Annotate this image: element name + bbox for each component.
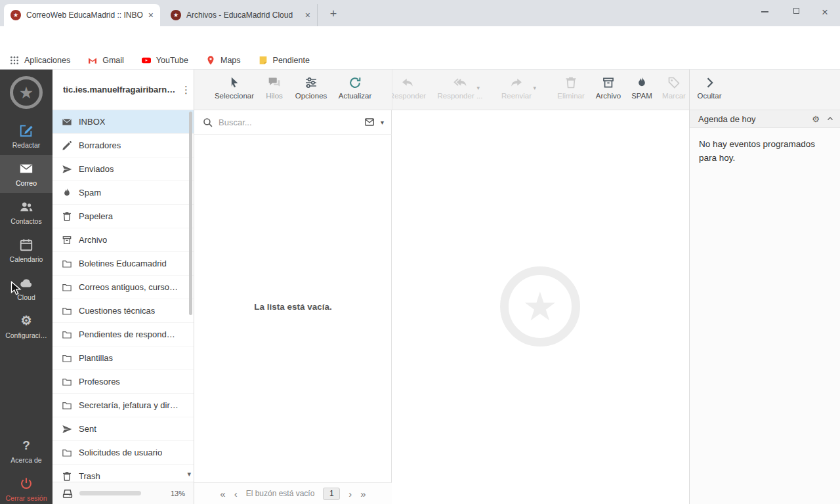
flame-icon bbox=[635, 76, 648, 89]
tab-close-icon[interactable]: × bbox=[305, 10, 310, 20]
tab-close-icon[interactable]: × bbox=[148, 10, 154, 20]
sidebar-item-cloud[interactable]: Cloud bbox=[0, 269, 52, 307]
folder-icon bbox=[62, 400, 72, 411]
trash-icon bbox=[62, 211, 72, 222]
folder-icon bbox=[62, 259, 72, 269]
hide-agenda-button[interactable]: Ocultar bbox=[690, 76, 729, 109]
close-icon: × bbox=[822, 7, 828, 18]
bookmark-gmail[interactable]: Gmail bbox=[87, 55, 124, 66]
folder-icon bbox=[62, 353, 72, 364]
pager-status-text: El buzón está vacío bbox=[246, 489, 315, 498]
sidebar-item-configuracion[interactable]: ⚙ Configuraci… bbox=[0, 307, 52, 345]
sidebar-item-acerca-de[interactable]: ? Acerca de bbox=[0, 432, 52, 470]
bookmark-maps[interactable]: Maps bbox=[205, 55, 241, 66]
mark-button[interactable]: Marcar bbox=[648, 76, 689, 109]
empty-list-message: La lista está vacía. bbox=[194, 302, 392, 312]
folder-borradores[interactable]: Borradores bbox=[52, 134, 194, 158]
educamadrid-watermark-logo: ★ bbox=[500, 266, 580, 346]
folder-options-menu-icon[interactable]: ⋮ bbox=[181, 70, 191, 110]
folder-plantillas[interactable]: Plantillas bbox=[52, 346, 194, 370]
quota-bar: 13% bbox=[52, 482, 194, 504]
folder-icon bbox=[62, 377, 72, 387]
message-preview-pane: ★ bbox=[392, 110, 689, 504]
account-name: tic.ies.manuelfragairibarn… bbox=[63, 85, 175, 94]
folder-icon bbox=[62, 282, 72, 293]
page-number-input[interactable] bbox=[323, 488, 340, 500]
contacts-icon bbox=[19, 200, 33, 214]
last-page-icon[interactable]: » bbox=[360, 489, 366, 499]
sidebar-item-cerrar-sesion[interactable]: Cerrar sesión bbox=[0, 470, 52, 504]
question-icon: ? bbox=[22, 438, 30, 453]
bookmarks-bar: Aplicaciones Gmail YouTube Maps Pendient… bbox=[0, 51, 840, 70]
folder-secretaria[interactable]: Secretaría, jefatura y dir… bbox=[52, 394, 194, 417]
forward-icon bbox=[510, 76, 523, 89]
threads-icon bbox=[268, 76, 281, 89]
reply-button[interactable]: Responder bbox=[392, 76, 434, 109]
bookmark-youtube[interactable]: YouTube bbox=[141, 55, 188, 66]
bookmark-aplicaciones[interactable]: Aplicaciones bbox=[9, 55, 70, 66]
educamadrid-favicon: ★ bbox=[10, 10, 21, 20]
agenda-empty-message: No hay eventos programados para hoy. bbox=[690, 128, 840, 175]
search-bar[interactable]: ▾ bbox=[194, 110, 392, 135]
note-icon bbox=[258, 55, 268, 66]
educamadrid-logo: ★ bbox=[10, 76, 43, 109]
chevron-up-icon[interactable] bbox=[826, 115, 834, 123]
folder-solicitudes[interactable]: Solicitudes de usuario bbox=[52, 441, 194, 465]
archive-icon bbox=[62, 235, 72, 245]
folder-boletines[interactable]: Boletines Educamadrid bbox=[52, 252, 194, 276]
pencil-icon bbox=[62, 140, 72, 151]
calendar-icon bbox=[19, 238, 33, 252]
archive-icon bbox=[602, 76, 615, 89]
tab-title: CorreoWeb EducaMadrid :: INBO bbox=[26, 10, 143, 20]
bookmark-pendiente[interactable]: Pendiente bbox=[258, 55, 310, 66]
forward-button[interactable]: Reenviar ▾ bbox=[490, 76, 543, 109]
send-icon bbox=[62, 424, 72, 434]
tab-cloud[interactable]: ★ Archivos - EducaMadrid Cloud × bbox=[164, 4, 318, 26]
tab-webmail[interactable]: ★ CorreoWeb EducaMadrid :: INBO × bbox=[4, 4, 160, 26]
folder-archivo[interactable]: Archivo bbox=[52, 228, 194, 252]
quota-percent: 13% bbox=[171, 490, 185, 497]
new-tab-button[interactable]: + bbox=[326, 6, 341, 22]
sidebar-item-correo[interactable]: Correo bbox=[0, 155, 52, 193]
screen: ★ CorreoWeb EducaMadrid :: INBO × ★ Arch… bbox=[0, 0, 840, 504]
folder-papelera[interactable]: Papelera bbox=[52, 205, 194, 228]
mail-scope-icon bbox=[364, 117, 375, 127]
search-input[interactable] bbox=[219, 117, 359, 127]
flame-icon bbox=[62, 188, 72, 198]
folder-scrollbar[interactable] bbox=[189, 112, 192, 315]
search-scope[interactable]: ▾ bbox=[364, 117, 384, 127]
folder-spam[interactable]: Spam bbox=[52, 181, 194, 205]
folder-icon bbox=[62, 329, 72, 340]
reply-all-icon bbox=[453, 76, 467, 89]
inbox-icon bbox=[62, 117, 72, 127]
sidebar-item-redactar[interactable]: Redactar bbox=[0, 117, 52, 155]
compose-icon bbox=[19, 123, 33, 138]
folder-enviados[interactable]: Enviados bbox=[52, 158, 194, 181]
folder-cuestiones-tecnicas[interactable]: Cuestiones técnicas bbox=[52, 299, 194, 323]
next-page-icon[interactable]: › bbox=[348, 489, 352, 499]
gear-icon[interactable]: ⚙ bbox=[812, 115, 820, 123]
previous-page-icon[interactable]: ‹ bbox=[234, 489, 238, 499]
refresh-button[interactable]: Actualizar bbox=[329, 76, 381, 109]
folder-inbox[interactable]: INBOX bbox=[52, 110, 194, 134]
sidebar-item-contactos[interactable]: Contactos bbox=[0, 193, 52, 231]
window-minimize-button[interactable] bbox=[749, 0, 780, 24]
send-icon bbox=[62, 164, 72, 175]
window-close-button[interactable]: × bbox=[810, 0, 840, 24]
folder-sent[interactable]: Sent bbox=[52, 417, 194, 441]
sliders-icon bbox=[304, 76, 318, 89]
sidebar-item-calendario[interactable]: Calendario bbox=[0, 231, 52, 269]
window-restore-button[interactable] bbox=[780, 0, 810, 24]
first-page-icon[interactable]: « bbox=[220, 489, 225, 499]
folder-icon bbox=[62, 306, 72, 316]
chevron-right-icon bbox=[703, 76, 716, 89]
folder-correos-antiguos[interactable]: Correos antiguos, curso… bbox=[52, 276, 194, 299]
reply-all-button[interactable]: Responder ... ▾ bbox=[434, 76, 486, 109]
folder-panel: tic.ies.manuelfragairibarn… ⋮ INBOX Borr… bbox=[52, 70, 194, 504]
minimize-icon bbox=[761, 11, 768, 12]
folder-pendientes[interactable]: Pendientes de respond… bbox=[52, 323, 194, 346]
folder-profesores[interactable]: Profesores bbox=[52, 370, 194, 394]
folder-list-collapse-icon[interactable]: ▾ bbox=[187, 470, 191, 478]
window-controls: × bbox=[749, 0, 840, 26]
youtube-icon bbox=[141, 55, 152, 66]
